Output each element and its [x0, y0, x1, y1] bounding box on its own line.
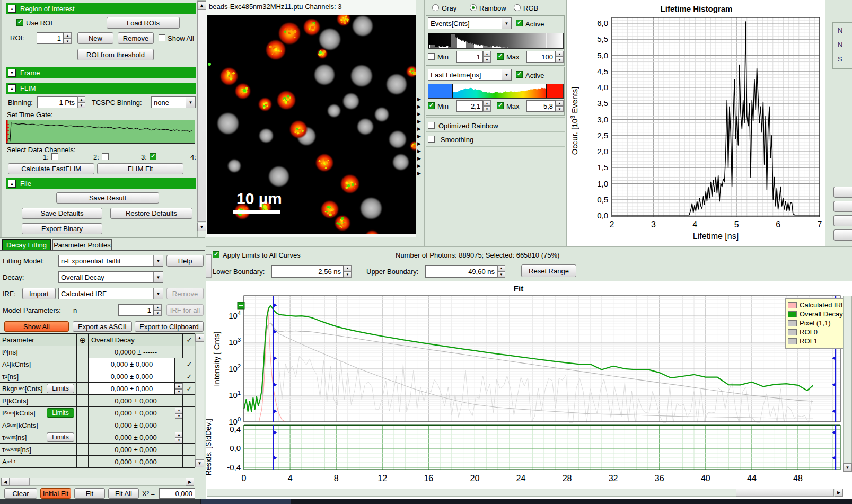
scroll-down-button[interactable]: ▼ — [195, 459, 204, 467]
roi-number-field[interactable]: 1 — [37, 32, 64, 44]
param-value[interactable]: 0,000 ± 0,000 — [89, 383, 175, 394]
channel-checkbox[interactable] — [150, 153, 156, 160]
param-check[interactable]: ✓ — [183, 370, 195, 382]
irf-for-all-button[interactable]: IRF for all — [166, 304, 204, 316]
param-value[interactable]: 0,000 ± 0,000 — [89, 358, 175, 370]
cut-button[interactable] — [833, 187, 852, 198]
show-all-button[interactable]: Show All — [4, 321, 69, 332]
intensity-min-field[interactable]: 1 — [456, 51, 483, 63]
collapse-icon[interactable]: ▼ — [8, 69, 16, 77]
scroll-right-button[interactable]: ▶ — [835, 489, 843, 497]
section-header-frame[interactable]: ▼ Frame — [6, 67, 196, 78]
lifetime-max-checkbox[interactable] — [497, 102, 504, 109]
taskbar-segment[interactable] — [0, 499, 200, 504]
import-irf-button[interactable]: Import — [22, 288, 56, 299]
fit-button[interactable]: Fit — [74, 488, 105, 499]
lifetime-max-spinner[interactable]: ▲▼ — [556, 100, 564, 112]
cut-button[interactable] — [833, 229, 852, 241]
roi-spinner[interactable]: ▲▼ — [64, 32, 72, 44]
time-gate-plot[interactable] — [6, 120, 195, 144]
cut-button[interactable] — [833, 201, 852, 212]
optimized-rainbow-checkbox[interactable] — [428, 122, 435, 129]
scroll-right-button[interactable]: ▶ — [186, 478, 194, 486]
color-mode-radio-rainbow[interactable] — [470, 4, 477, 11]
scrollbar-thumb[interactable] — [736, 489, 834, 497]
lifetime-dropdown[interactable]: Fast Lifetime[ns] ▼ — [428, 69, 512, 81]
clear-button[interactable]: Clear — [4, 488, 37, 499]
scroll-up-button[interactable]: ▲ — [195, 334, 204, 342]
param-value[interactable]: 0,000 ± 0,000 — [89, 370, 175, 382]
collapse-icon[interactable]: ▲ — [8, 5, 16, 13]
flim-fit-button[interactable]: FLIM Fit — [97, 163, 183, 174]
decay-dropdown[interactable]: Overall Decay ▼ — [58, 271, 163, 283]
n-field[interactable]: 1 — [118, 304, 154, 316]
export-binary-button[interactable]: Export Binary — [22, 223, 102, 234]
taskbar[interactable] — [0, 499, 852, 504]
section-header-file[interactable]: ▲ File — [6, 178, 196, 189]
channel-checkbox[interactable] — [51, 153, 58, 160]
chevron-down-icon[interactable]: ▼ — [153, 288, 163, 299]
intensity-max-spinner[interactable]: ▲▼ — [556, 51, 564, 63]
scroll-down-button[interactable]: ▼ — [197, 223, 206, 231]
lower-boundary-spinner[interactable]: ▲▼ — [344, 265, 352, 278]
help-button[interactable]: Help — [166, 255, 204, 267]
chevron-down-icon[interactable]: ▼ — [153, 255, 163, 266]
color-mode-radio-rgb[interactable] — [514, 4, 521, 11]
taskbar-segment[interactable] — [201, 499, 291, 504]
fit-all-button[interactable]: Fit All — [108, 488, 139, 499]
lower-boundary-field[interactable]: 2,56 ns — [271, 265, 344, 278]
scroll-down-button[interactable]: ▼ — [843, 463, 852, 472]
calculate-fastflim-button[interactable]: Calculate FastFLIM — [8, 163, 94, 174]
intensity-histogram-strip[interactable] — [428, 33, 564, 49]
param-check[interactable]: ✓ — [183, 358, 195, 370]
export-as-ascii-button[interactable]: Export as ASCII — [73, 321, 132, 332]
intensity-min-spinner[interactable]: ▲▼ — [483, 51, 491, 63]
save-result-button[interactable]: Save Result — [56, 192, 159, 204]
color-mode-radio-gray[interactable] — [432, 4, 439, 11]
binning-spinner[interactable]: ▲▼ — [77, 96, 85, 108]
n-spinner[interactable]: ▲▼ — [154, 304, 162, 316]
remove-irf-button[interactable]: Remove — [166, 288, 204, 299]
upper-boundary-spinner[interactable]: ▲▼ — [497, 265, 505, 278]
table-scrollbar-horizontal[interactable] — [1, 478, 194, 486]
chevron-down-icon[interactable]: ▼ — [502, 69, 511, 80]
lifetime-max-field[interactable]: 5,8 — [526, 100, 556, 112]
apply-limits-checkbox[interactable] — [213, 251, 219, 258]
globe-icon[interactable]: ⊕ — [77, 334, 89, 346]
intensity-dropdown[interactable]: Events[Cnts] ▼ — [428, 17, 512, 29]
roi-from-threshold-button[interactable]: ROI from threshold — [77, 49, 154, 60]
fit-chart[interactable]: 100101102103104048121620242832364044480,… — [206, 281, 852, 499]
fitting-model-dropdown[interactable]: n-Exponential Tailfit ▼ — [58, 255, 163, 267]
collapse-icon[interactable]: ▲ — [8, 180, 16, 188]
intensity-max-field[interactable]: 100 — [526, 51, 556, 63]
lifetime-min-field[interactable]: 2,1 — [456, 100, 483, 112]
chevron-down-icon[interactable]: ▼ — [186, 97, 195, 108]
tcspc-binning-dropdown[interactable]: none ▼ — [151, 96, 196, 108]
scrollbar-thumb[interactable] — [197, 10, 206, 222]
column-check[interactable]: ✓ — [183, 334, 195, 346]
chevron-down-icon[interactable]: ▼ — [502, 18, 511, 29]
scroll-up-button[interactable]: ▲ — [197, 1, 206, 10]
upper-boundary-field[interactable]: 49,60 ns — [425, 265, 497, 278]
lifetime-active-checkbox[interactable] — [516, 71, 523, 78]
fit-scrollbar-vertical[interactable] — [843, 296, 852, 472]
smoothing-checkbox[interactable] — [428, 136, 435, 143]
intensity-active-checkbox[interactable] — [516, 20, 523, 26]
intensity-max-checkbox[interactable] — [497, 53, 504, 60]
channel-checkbox[interactable] — [102, 153, 109, 160]
intensity-min-checkbox[interactable] — [428, 53, 435, 60]
new-roi-button[interactable]: New — [77, 32, 113, 44]
param-check[interactable]: ✓ — [183, 383, 195, 394]
lifetime-min-spinner[interactable]: ▲▼ — [483, 100, 491, 112]
collapse-icon[interactable]: ▲ — [8, 84, 16, 92]
load-rois-button[interactable]: Load ROIs — [107, 17, 180, 29]
lifetime-histogram-chart[interactable]: 0,00,51,01,52,02,53,03,54,04,55,05,56,02… — [567, 0, 826, 246]
save-defaults-button[interactable]: Save Defaults — [22, 208, 102, 219]
restore-defaults-button[interactable]: Restore Defaults — [110, 208, 192, 219]
scrollbar-thumb[interactable] — [10, 478, 30, 486]
lifetime-histogram-strip[interactable] — [428, 84, 564, 99]
lifetime-min-checkbox[interactable] — [428, 102, 435, 109]
remove-roi-button[interactable]: Remove — [118, 32, 154, 44]
tab-parameter-profiles[interactable]: Parameter Profiles — [52, 239, 112, 250]
initial-fit-button[interactable]: Initial Fit — [40, 488, 71, 499]
